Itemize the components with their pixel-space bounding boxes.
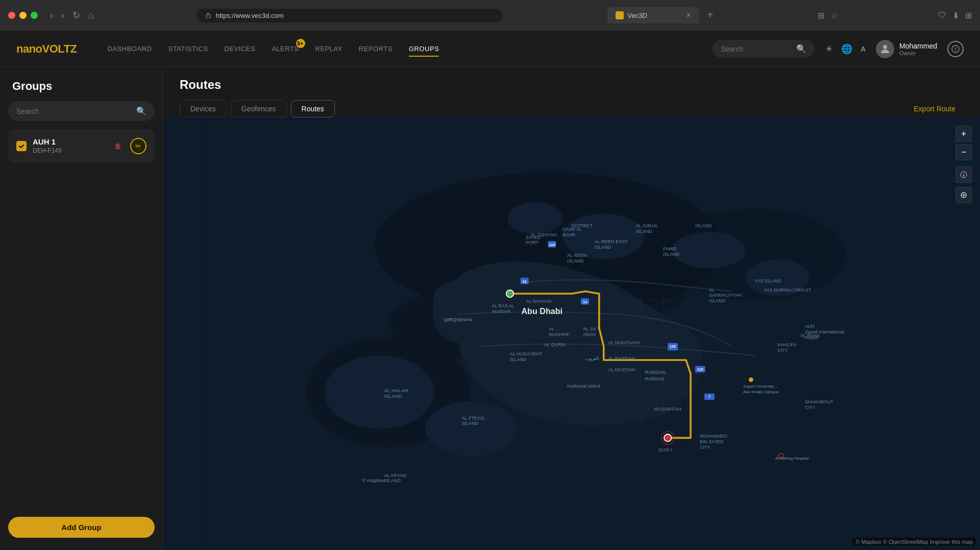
logo: nanoVOLTZ [16, 42, 77, 56]
header-icons: ☀ 🌐 A [825, 43, 866, 55]
search-icon[interactable]: 🔍 [136, 106, 146, 116]
location-button[interactable] [955, 187, 972, 203]
svg-text:ZAYED: ZAYED [526, 235, 541, 240]
edit-group-button[interactable]: ✏ [130, 138, 146, 154]
back-button[interactable]: ‹ [48, 8, 55, 23]
new-tab-button[interactable]: + [703, 7, 718, 23]
svg-text:Hudariyat Island: Hudariyat Island [567, 384, 600, 389]
svg-text:Zayed International: Zayed International [805, 329, 844, 334]
svg-point-13 [325, 355, 434, 428]
group-checkbox[interactable] [16, 141, 27, 151]
map-attribution: © Mapbox © OpenStreetMap Improve this ma… [852, 538, 976, 546]
user-avatar [876, 40, 894, 58]
sidebar-search[interactable]: 🔍 [8, 101, 155, 121]
logo-nano: nano [16, 42, 42, 55]
extensions-icon[interactable]: ⊞ [818, 11, 824, 20]
groups-search-input[interactable] [16, 107, 132, 115]
address-bar[interactable]: https://www.vec3d.com [197, 9, 503, 22]
sidebar: Groups 🔍 AUH 1 DEH-F149 🗑 ✏ Add Group [0, 67, 163, 550]
map-controls: + − [955, 126, 972, 203]
svg-text:Abu Dhabi: Abu Dhabi [521, 306, 562, 316]
user-name: Mohammed [899, 42, 937, 50]
tab-routes[interactable]: Routes [291, 100, 335, 117]
brightness-icon[interactable]: ☀ [825, 43, 833, 55]
forward-button[interactable]: › [59, 8, 66, 23]
bookmark-icon[interactable]: ☆ [830, 11, 838, 20]
svg-text:العروب: العروب [585, 356, 599, 362]
maximize-dot[interactable] [31, 12, 38, 19]
svg-text:© mapbox: © mapbox [362, 477, 385, 483]
header-search[interactable]: 🔍 [713, 40, 815, 58]
tab-close-icon[interactable]: ✕ [686, 12, 691, 19]
delete-group-button[interactable]: 🗑 [110, 138, 126, 154]
svg-text:AL HALAH: AL HALAH [384, 388, 408, 393]
svg-text:RABDAN: RABDAN [645, 369, 666, 375]
search-icon[interactable]: 🔍 [796, 44, 806, 54]
svg-text:Airport: Airport [805, 335, 819, 340]
compass-button[interactable] [955, 166, 972, 183]
refresh-button[interactable]: ↻ [70, 8, 82, 23]
export-route-button[interactable]: Export Route [905, 101, 964, 117]
nav-dashboard[interactable]: DASHBOARD [108, 43, 152, 55]
svg-text:125: 125 [697, 368, 703, 372]
svg-text:RABDAN: RABDAN [645, 376, 664, 381]
map-svg: 119 22 14 125 Abu Dhabi QIRQISHAN AL RAS… [163, 117, 980, 550]
main-layout: Groups 🔍 AUH 1 DEH-F149 🗑 ✏ Add Group Ro… [0, 67, 980, 550]
svg-point-10 [508, 202, 563, 234]
home-button[interactable]: ⌂ [86, 8, 96, 23]
nav-alerts[interactable]: ALERTS 9+ [272, 43, 299, 55]
svg-text:119: 119 [549, 243, 555, 247]
group-item[interactable]: AUH 1 DEH-F149 🗑 ✏ [8, 129, 155, 162]
svg-text:22: 22 [523, 280, 527, 284]
notification-button[interactable] [947, 41, 964, 57]
minimize-dot[interactable] [19, 12, 27, 19]
svg-text:ICAD I: ICAD I [658, 447, 672, 452]
svg-text:ISLAND: ISLAND [695, 223, 712, 228]
tab-title: Vec3D [628, 12, 647, 19]
group-info: AUH 1 DEH-F149 [33, 137, 104, 154]
tab-geofences[interactable]: Geofences [231, 100, 287, 117]
content-area: Routes Devices Geofences Routes Export R… [163, 67, 980, 550]
grid-icon[interactable]: ⊞ [965, 11, 972, 20]
logo-voltz: VOLTZ [42, 42, 77, 55]
nav-replay[interactable]: REPLAY [315, 43, 342, 55]
tab-devices[interactable]: Devices [180, 100, 227, 117]
close-dot[interactable] [8, 12, 15, 19]
nav-statistics[interactable]: STATISTICS [168, 43, 208, 55]
svg-text:CITY: CITY [805, 405, 815, 410]
svg-text:AL SA': AL SA' [583, 326, 597, 331]
browser-dots [8, 12, 38, 19]
globe-icon[interactable]: 🌐 [841, 43, 852, 55]
download-icon[interactable]: ⬇ [952, 11, 959, 20]
nav-devices[interactable]: DEVICES [225, 43, 256, 55]
svg-text:AL JUBAIL: AL JUBAIL [635, 223, 657, 228]
svg-text:+: + [780, 455, 782, 459]
svg-point-100 [749, 377, 753, 382]
zoom-in-button[interactable]: + [955, 126, 972, 142]
browser-tab[interactable]: Vec3D ✕ [607, 7, 699, 23]
group-name: AUH 1 [33, 137, 104, 146]
svg-point-31 [664, 434, 671, 441]
svg-point-14 [425, 401, 517, 457]
svg-point-116 [963, 194, 965, 196]
search-input[interactable] [721, 45, 792, 53]
svg-text:ADAH: ADAH [583, 332, 596, 337]
nav-reports[interactable]: REPORTS [359, 43, 393, 55]
translate-icon[interactable]: A [861, 45, 866, 53]
svg-text:BAHR: BAHR [562, 232, 575, 237]
svg-text:AL: AL [549, 326, 554, 331]
svg-text:PORT: PORT [526, 240, 538, 245]
svg-text:AL REEM EAST: AL REEM EAST [595, 239, 628, 244]
svg-text:AL RAWDAH: AL RAWDAH [608, 356, 635, 361]
svg-marker-114 [963, 175, 965, 177]
svg-text:QIRQISHAN: QIRQISHAN [444, 317, 472, 322]
zoom-out-button[interactable]: − [955, 144, 972, 160]
svg-text:CITY: CITY [777, 348, 788, 353]
map-container[interactable]: 119 22 14 125 Abu Dhabi QIRQISHAN AL RAS… [163, 117, 980, 550]
group-device: DEH-F149 [33, 147, 104, 154]
alerts-badge: 9+ [296, 39, 305, 48]
nav-groups[interactable]: GROUPS [409, 43, 439, 55]
add-group-button[interactable]: Add Group [8, 517, 155, 538]
user-details: Mohammed Owner [899, 42, 937, 56]
svg-text:AL MUZOUN: AL MUZOUN [608, 367, 635, 372]
